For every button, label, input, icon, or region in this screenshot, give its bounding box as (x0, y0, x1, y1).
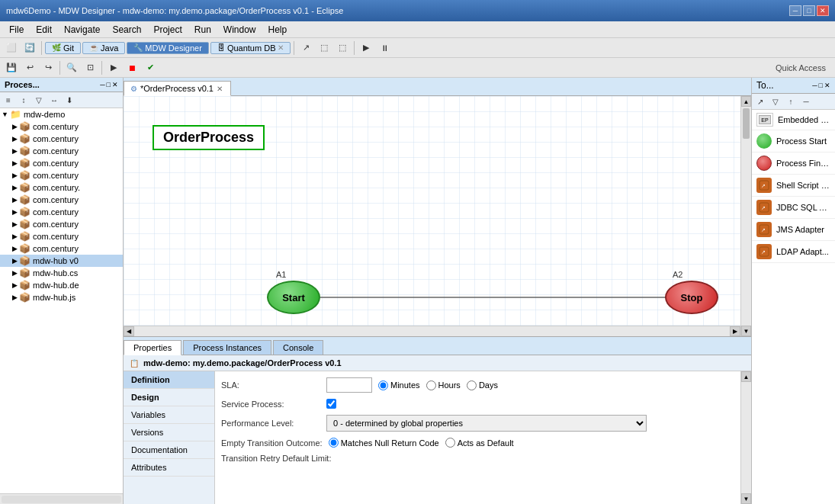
prop-nav-documentation[interactable]: Documentation (124, 441, 214, 459)
list-item[interactable]: ▶ 📦 mdw-hub.js (0, 291, 123, 303)
minimize-button[interactable]: ─ (789, 5, 801, 16)
matches-null-radio[interactable] (329, 438, 339, 448)
acts-as-default-option[interactable]: Acts as Default (445, 438, 514, 448)
toolbar-btn-1[interactable]: ⬜ (3, 40, 20, 56)
tool-ldap-adapter[interactable]: ↗ LDAP Adapt... (752, 241, 835, 263)
scroll-right-arrow[interactable]: ▶ (730, 326, 740, 336)
list-item[interactable]: ▶ 📦 com.century (0, 206, 123, 218)
toolbar-zoom[interactable]: 🔍 (63, 60, 80, 75)
scroll-left-arrow[interactable]: ◀ (124, 326, 134, 336)
toolbar-fit[interactable]: ⊡ (82, 60, 98, 75)
prop-scroll-down[interactable]: ▼ (741, 493, 751, 504)
service-process-checkbox[interactable] (326, 399, 336, 409)
editor-tab-orderprocess[interactable]: ⚙ *OrderProcess v0.1 ✕ (124, 81, 231, 96)
tree-item-root[interactable]: ▼ 📁 mdw-demo (0, 108, 123, 120)
perspective-quantum[interactable]: 🗄 Quantum DB ✕ (210, 42, 291, 54)
right-panel-minimize[interactable]: ─ (812, 82, 817, 89)
toolbar-check[interactable]: ✔ (142, 60, 159, 75)
list-item[interactable]: ▶ 📦 com.century (0, 120, 123, 133)
toolbar-run[interactable]: ▶ (105, 60, 122, 75)
menu-help[interactable]: Help (262, 23, 294, 37)
toolbar-btn-4[interactable]: ⬚ (316, 40, 332, 56)
list-item[interactable]: ▶ 📦 mdw-hub.de (0, 279, 123, 291)
list-item[interactable]: ▶ 📦 mdw-hub.cs (0, 267, 123, 279)
list-item[interactable]: ▶ 📦 com.century (0, 242, 123, 255)
prop-nav-design[interactable]: Design (124, 389, 214, 406)
list-item[interactable]: ▶ 📦 com.century. (0, 181, 123, 194)
canvas-area[interactable]: OrderProcess A1 Start (124, 96, 751, 336)
sla-hours-radio[interactable] (426, 380, 436, 390)
tree-expand-all[interactable]: ↕ (17, 94, 31, 106)
close-button[interactable]: ✕ (817, 5, 829, 16)
list-item[interactable]: ▶ 📦 com.century (0, 169, 123, 181)
list-item[interactable]: ▶ 📦 com.century (0, 194, 123, 206)
toolbar-btn-3[interactable]: ↗ (297, 40, 314, 56)
tree-filter[interactable]: ▽ (32, 94, 46, 106)
matches-null-option[interactable]: Matches Null Return Code (329, 438, 439, 448)
list-item[interactable]: ▶ 📦 com.century (0, 157, 123, 169)
menu-navigate[interactable]: Navigate (58, 23, 106, 37)
tool-shell-script[interactable]: ↗ Shell Script Ex (752, 175, 835, 197)
right-panel-maximize[interactable]: □ (819, 82, 823, 89)
tool-process-start[interactable]: Process Start (752, 130, 835, 152)
scroll-down-arrow[interactable]: ▼ (741, 326, 751, 336)
right-panel-close[interactable]: ✕ (824, 82, 830, 89)
list-item[interactable]: ▶ 📦 com.century (0, 230, 123, 242)
menu-run[interactable]: Run (188, 23, 217, 37)
perspective-mdw[interactable]: 🔧 MDW Designer (127, 42, 209, 54)
menu-file[interactable]: File (3, 23, 30, 37)
tool-up[interactable]: ↑ (784, 95, 798, 108)
tool-embedded-process[interactable]: EP Embedded Pr... (752, 110, 835, 130)
toolbar-btn-5[interactable]: ⬚ (334, 40, 351, 56)
prop-nav-variables[interactable]: Variables (124, 406, 214, 424)
tool-jdbc-sql[interactable]: ↗ JDBC SQL Ad... (752, 197, 835, 219)
left-panel-close[interactable]: ✕ (112, 81, 118, 88)
tool-collapse[interactable]: ▽ (769, 95, 782, 108)
toolbar-redo[interactable]: ↪ (40, 60, 56, 75)
menu-window[interactable]: Window (217, 23, 262, 37)
prop-scroll-up[interactable]: ▲ (741, 371, 751, 382)
tab-properties[interactable]: Properties (124, 340, 181, 355)
tool-export[interactable]: ↗ (753, 95, 767, 108)
prop-nav-definition[interactable]: Definition (124, 371, 214, 389)
perspective-java[interactable]: ☕ Java (82, 42, 125, 54)
prop-nav-versions[interactable]: Versions (124, 424, 214, 441)
tree-collapse-all[interactable]: ≡ (2, 94, 15, 106)
sla-days-option[interactable]: Days (467, 380, 498, 390)
sla-minutes-radio[interactable] (378, 380, 388, 390)
left-panel-minimize[interactable]: ─ (100, 81, 104, 88)
list-item[interactable]: ▶ 📦 com.century (0, 133, 123, 145)
toolbar-stop[interactable]: ⏹ (124, 60, 140, 75)
tool-min[interactable]: ─ (799, 95, 813, 108)
scroll-up-arrow[interactable]: ▲ (741, 96, 751, 107)
sla-hours-option[interactable]: Hours (426, 380, 461, 390)
tool-process-finish[interactable]: Process Finish (752, 152, 835, 175)
tab-process-instances[interactable]: Process Instances (183, 340, 271, 355)
menu-project[interactable]: Project (147, 23, 188, 37)
canvas-vscrollbar[interactable]: ▲ ▼ (740, 96, 751, 336)
menu-search[interactable]: Search (106, 23, 147, 37)
tool-jms-adapter[interactable]: ↗ JMS Adapter (752, 219, 835, 241)
tree-sync[interactable]: ↔ (47, 94, 61, 106)
sla-input[interactable] (326, 377, 372, 393)
list-item[interactable]: ▶ 📦 com.century (0, 145, 123, 157)
close-tab-icon[interactable]: ✕ (217, 85, 223, 93)
menu-edit[interactable]: Edit (30, 23, 58, 37)
prop-nav-attributes[interactable]: Attributes (124, 459, 214, 477)
maximize-button[interactable]: □ (803, 5, 815, 16)
list-item[interactable]: ▶ 📦 com.century (0, 218, 123, 230)
list-item[interactable]: ▶ 📦 mdw-hub v0 (0, 255, 123, 267)
toolbar-btn-6[interactable]: ▶ (358, 40, 374, 56)
left-panel-maximize[interactable]: □ (107, 81, 111, 88)
perspective-git[interactable]: 🌿 Git (45, 42, 81, 54)
toolbar-btn-7[interactable]: ⏸ (376, 40, 393, 56)
tab-console[interactable]: Console (273, 340, 323, 355)
scroll-thumb[interactable] (743, 108, 750, 139)
stop-node[interactable]: Stop (665, 281, 718, 314)
toolbar-btn-2[interactable]: 🔄 (21, 40, 38, 56)
canvas-hscrollbar[interactable]: ◀ ▶ (124, 326, 740, 336)
sla-minutes-option[interactable]: Minutes (378, 380, 420, 390)
left-panel-hscrollbar[interactable] (0, 493, 123, 504)
acts-as-default-radio[interactable] (445, 438, 455, 448)
toolbar-undo[interactable]: ↩ (21, 60, 38, 75)
